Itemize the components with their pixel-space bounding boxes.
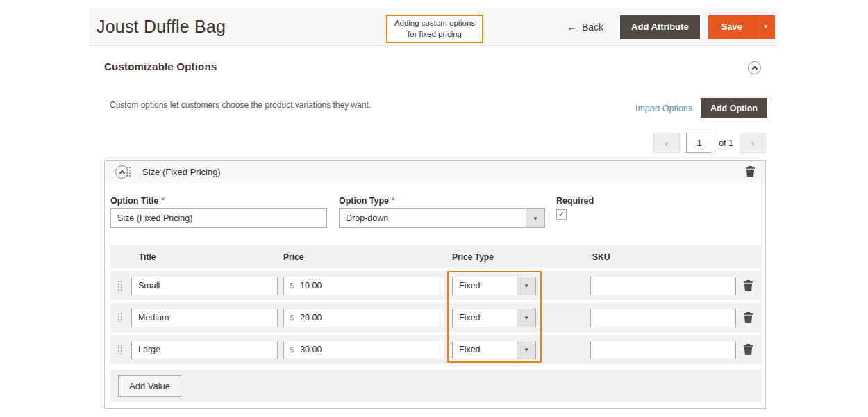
save-dropdown-button[interactable]: ▼ bbox=[756, 15, 775, 39]
col-header-sku: SKU bbox=[592, 252, 610, 262]
page-total-label: of 1 bbox=[719, 138, 733, 148]
delete-value-button[interactable] bbox=[744, 344, 753, 355]
value-sku-input[interactable] bbox=[590, 277, 736, 295]
value-title-input[interactable] bbox=[131, 277, 278, 295]
required-asterisk: * bbox=[392, 196, 395, 206]
drag-dots-icon bbox=[118, 313, 119, 314]
value-sku-input[interactable] bbox=[590, 341, 736, 359]
section-collapse-button[interactable] bbox=[748, 61, 761, 74]
currency-symbol: $ bbox=[284, 313, 300, 322]
price-type-value: Fixed bbox=[453, 281, 481, 291]
delete-option-button[interactable] bbox=[746, 166, 755, 177]
caret-down-icon: ▼ bbox=[524, 315, 529, 321]
chevron-right-icon: › bbox=[751, 137, 755, 149]
price-type-select[interactable]: Fixed ▼ bbox=[452, 341, 536, 359]
value-title-input[interactable] bbox=[131, 341, 278, 359]
value-row: $ 30.00 Fixed ▼ bbox=[110, 335, 761, 364]
price-type-select[interactable]: Fixed ▼ bbox=[452, 309, 536, 327]
required-asterisk: * bbox=[161, 196, 165, 206]
page-number-input[interactable] bbox=[686, 133, 712, 153]
required-label: Required bbox=[556, 196, 594, 206]
row-drag-handle[interactable] bbox=[118, 313, 124, 322]
next-page-button[interactable]: › bbox=[740, 133, 766, 153]
page-title: Joust Duffle Bag bbox=[97, 17, 226, 37]
select-caret-button[interactable]: ▼ bbox=[517, 341, 535, 359]
value-price-input[interactable]: $ 10.00 bbox=[283, 277, 444, 295]
drag-dots-icon bbox=[118, 281, 119, 282]
value-price-input[interactable]: $ 30.00 bbox=[283, 341, 444, 359]
option-values-table: Title Price Price Type SKU $ 10.00 Fixed bbox=[110, 245, 761, 402]
row-drag-handle[interactable] bbox=[118, 345, 124, 354]
save-button[interactable]: Save bbox=[708, 15, 756, 39]
col-header-title: Title bbox=[139, 252, 156, 262]
option-panel: Size (Fixed Pricing) Option Title* Optio… bbox=[104, 160, 766, 409]
prev-page-button[interactable]: ‹ bbox=[653, 133, 680, 153]
select-caret-button[interactable]: ▼ bbox=[517, 309, 535, 327]
price-value: 20.00 bbox=[300, 313, 322, 322]
value-title-input[interactable] bbox=[131, 309, 278, 327]
product-edit-page: Joust Duffle Bag Adding custom options f… bbox=[0, 0, 868, 417]
trash-icon bbox=[746, 166, 755, 177]
trash-icon bbox=[744, 344, 753, 355]
caret-down-icon: ▼ bbox=[533, 215, 538, 222]
option-collapse-button[interactable] bbox=[115, 165, 128, 179]
value-row: $ 10.00 Fixed ▼ bbox=[110, 271, 761, 300]
option-title-input[interactable] bbox=[110, 208, 327, 228]
row-drag-handle[interactable] bbox=[118, 281, 124, 291]
delete-value-button[interactable] bbox=[744, 312, 753, 323]
delete-value-button[interactable] bbox=[744, 280, 753, 291]
add-option-button[interactable]: Add Option bbox=[701, 98, 767, 118]
chevron-up-icon bbox=[751, 66, 757, 72]
add-value-button[interactable]: Add Value bbox=[118, 375, 181, 397]
option-panel-title: Size (Fixed Pricing) bbox=[142, 167, 221, 177]
option-panel-header: Size (Fixed Pricing) bbox=[105, 161, 765, 183]
select-caret-button[interactable]: ▼ bbox=[517, 277, 535, 295]
caret-down-icon: ▼ bbox=[524, 283, 529, 289]
option-type-select[interactable]: Drop-down ▼ bbox=[339, 208, 545, 228]
option-title-label: Option Title* bbox=[110, 196, 165, 206]
select-caret-button[interactable]: ▼ bbox=[526, 209, 544, 227]
save-split-button: Save ▼ bbox=[708, 15, 775, 39]
back-arrow-icon: ← bbox=[567, 22, 577, 32]
import-options-link[interactable]: Import Options bbox=[635, 104, 692, 113]
chevron-up-icon bbox=[119, 170, 124, 175]
drag-dots-icon bbox=[118, 345, 119, 346]
required-checkbox[interactable]: ✓ bbox=[556, 209, 567, 220]
option-type-value: Drop-down bbox=[340, 213, 388, 223]
section-title: Customizable Options bbox=[104, 60, 217, 72]
price-type-value: Fixed bbox=[453, 313, 481, 322]
price-value: 30.00 bbox=[300, 345, 322, 354]
trash-icon bbox=[744, 312, 753, 323]
price-type-value: Fixed bbox=[453, 345, 481, 354]
currency-symbol: $ bbox=[284, 345, 300, 354]
value-sku-input[interactable] bbox=[590, 309, 736, 327]
add-attribute-button[interactable]: Add Attribute bbox=[620, 15, 700, 39]
section-actions: Import Options Add Option bbox=[89, 98, 767, 118]
checkmark-icon: ✓ bbox=[558, 210, 565, 219]
option-type-label: Option Type* bbox=[339, 196, 395, 206]
trash-icon bbox=[744, 280, 753, 291]
chevron-left-icon: ‹ bbox=[665, 137, 669, 149]
col-header-price-type: Price Type bbox=[452, 252, 494, 262]
col-header-price: Price bbox=[283, 252, 303, 262]
value-row: $ 20.00 Fixed ▼ bbox=[110, 303, 761, 332]
back-button[interactable]: ← Back bbox=[567, 22, 603, 33]
currency-symbol: $ bbox=[284, 281, 300, 290]
values-table-header: Title Price Price Type SKU bbox=[110, 245, 761, 268]
annotation-callout: Adding custom options for fixed pricing bbox=[386, 15, 483, 43]
caret-down-icon: ▼ bbox=[763, 24, 769, 30]
price-type-select[interactable]: Fixed ▼ bbox=[452, 277, 536, 295]
add-value-row: Add Value bbox=[110, 370, 761, 402]
options-pagination: ‹ of 1 › bbox=[89, 133, 766, 153]
value-price-input[interactable]: $ 20.00 bbox=[283, 309, 444, 327]
caret-down-icon: ▼ bbox=[524, 347, 529, 353]
back-label: Back bbox=[582, 22, 603, 33]
header-actions: ← Back Add Attribute Save ▼ bbox=[567, 8, 775, 45]
price-value: 10.00 bbox=[300, 281, 322, 291]
page-header: Joust Duffle Bag Adding custom options f… bbox=[89, 8, 778, 46]
